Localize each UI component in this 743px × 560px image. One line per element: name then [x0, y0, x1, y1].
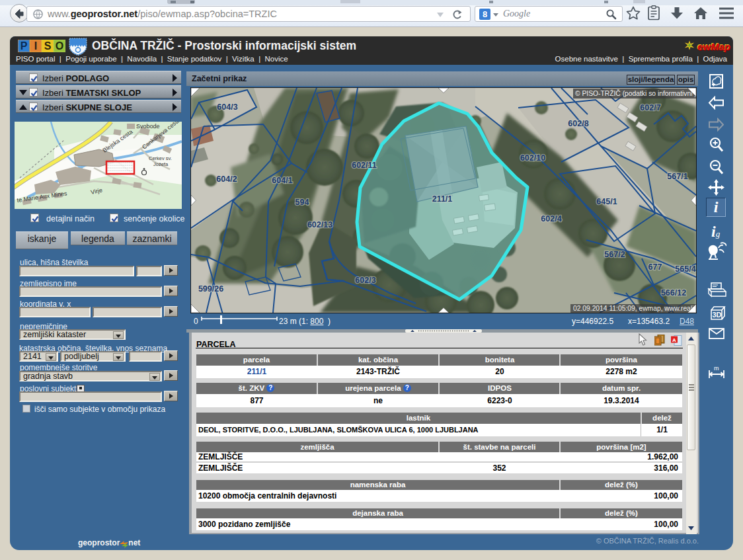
svg-text:602/3: 602/3 — [355, 276, 375, 285]
svg-text:645/1: 645/1 — [596, 197, 617, 206]
svg-text:602/10: 602/10 — [520, 153, 545, 163]
svg-text:677: 677 — [648, 262, 662, 272]
svg-text:604/3: 604/3 — [217, 102, 237, 112]
svg-text:567/2: 567/2 — [604, 250, 625, 259]
svg-text:3D: 3D — [713, 311, 722, 319]
svg-text:Svobode: Svobode — [136, 123, 160, 130]
svg-text:602/13: 602/13 — [307, 220, 332, 229]
svg-text:602/4: 602/4 — [541, 214, 561, 223]
svg-text:A: A — [672, 337, 676, 343]
svg-text:599/26: 599/26 — [198, 284, 223, 294]
svg-text:602/7: 602/7 — [640, 103, 660, 112]
svg-text:Jožefa: Jožefa — [153, 161, 169, 167]
svg-text:567/1: 567/1 — [667, 172, 687, 181]
svg-text:602/11: 602/11 — [352, 161, 377, 170]
svg-text:565/4: 565/4 — [675, 264, 695, 274]
svg-text:© PISO-TRŽIČ (podatki so infor: © PISO-TRŽIČ (podatki so informativni ) — [575, 89, 696, 97]
svg-text:02.09.2014 11:05:09, ewmap, ww: 02.09.2014 11:05:09, ewmap, www.realis.s… — [573, 305, 696, 312]
svg-text:211/1: 211/1 — [432, 194, 453, 204]
svg-text:602/8: 602/8 — [568, 119, 588, 128]
svg-text:594: 594 — [295, 198, 309, 207]
svg-text:604/2: 604/2 — [216, 175, 237, 184]
svg-text:604/1: 604/1 — [272, 176, 292, 185]
svg-text:m: m — [714, 365, 719, 372]
svg-text:Cerkev sv.: Cerkev sv. — [149, 155, 172, 161]
svg-text:566/12: 566/12 — [661, 288, 686, 298]
